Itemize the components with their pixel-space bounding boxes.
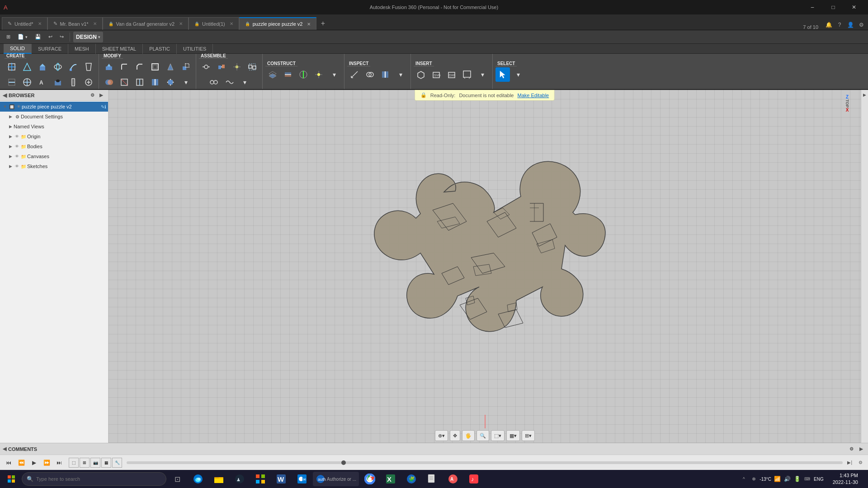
search-input[interactable] — [36, 476, 161, 482]
tab-plastic[interactable]: PLASTIC — [143, 44, 177, 54]
notifications-btn[interactable]: 🔔 — [824, 20, 834, 30]
comments-expand-btn[interactable]: ▶ — [857, 445, 865, 453]
emboss-btn[interactable]: A — [35, 75, 50, 89]
timeline-settings-btn[interactable]: ⚙ — [857, 460, 864, 465]
tree-item-sketches[interactable]: ▶ 👁 📁 Sketches — [0, 161, 108, 171]
anim-play-btn[interactable]: ▶ — [29, 458, 39, 468]
tab-untitled1[interactable]: 🔒 Untitled(1) ✕ — [189, 17, 239, 30]
combine-btn[interactable] — [102, 75, 116, 89]
drive-joints-btn[interactable] — [207, 75, 221, 89]
tab-sheet-metal[interactable]: SHEET METAL — [96, 44, 143, 54]
midplane-btn[interactable] — [281, 67, 295, 82]
undo-btn[interactable]: ↩ — [46, 32, 55, 42]
close-button[interactable]: ✕ — [844, 0, 864, 14]
itunes-btn[interactable]: ♪ — [464, 470, 484, 488]
tab-mrbean[interactable]: ✎ Mr. Bean v1* ✕ — [47, 17, 103, 30]
battery-icon[interactable]: 🔋 — [793, 475, 801, 483]
taskbar-settings-icon[interactable]: ⌨ — [803, 475, 811, 483]
draft-btn[interactable] — [163, 60, 178, 74]
weather-icon[interactable]: ❄ — [750, 475, 758, 483]
thread-btn[interactable] — [66, 75, 80, 89]
browser-options-btn[interactable]: ⚙ — [88, 91, 96, 99]
extrude-btn[interactable] — [35, 60, 50, 74]
more-construct-btn[interactable]: ▾ — [327, 67, 341, 82]
viewport-cursor-btn[interactable]: ⊕▾ — [435, 430, 448, 441]
tree-item-document-settings[interactable]: ▶ ⚙ Document Settings — [0, 112, 108, 122]
file-menu-btn[interactable]: 📄 ▾ — [15, 32, 30, 42]
more-create-btn[interactable] — [81, 75, 96, 89]
tree-item-bodies[interactable]: ▶ 👁 📁 Bodies — [0, 141, 108, 151]
split-face-btn[interactable] — [132, 75, 147, 89]
puzzle-browser-btn[interactable]: 🧩 — [401, 470, 421, 488]
tree-item-root[interactable]: ▼ 🔲 👁 puzzle piece puzzle v2 ✎ ℹ — [0, 102, 108, 112]
volume-icon[interactable]: 🔊 — [783, 475, 791, 483]
settings-icon[interactable]: ⚙ — [856, 20, 866, 30]
comments-options-btn[interactable]: ⚙ — [847, 445, 855, 453]
file-explorer-btn[interactable] — [209, 470, 229, 488]
taskview-btn[interactable]: ⊡ — [167, 470, 187, 488]
interference-btn[interactable] — [363, 67, 377, 82]
practice-btn[interactable] — [422, 470, 442, 488]
move-btn[interactable] — [163, 75, 178, 89]
section-analysis-btn[interactable] — [378, 67, 392, 82]
outlook-btn[interactable]: ✉ — [292, 470, 312, 488]
maximize-button[interactable]: □ — [823, 0, 844, 14]
tab-close[interactable]: ✕ — [179, 21, 183, 26]
tab-close[interactable]: ✕ — [93, 21, 97, 26]
tree-item-origin[interactable]: ▶ 👁 📁 Origin — [0, 131, 108, 141]
sketch-btn[interactable] — [20, 60, 34, 74]
joint-btn[interactable] — [199, 60, 213, 74]
split-body-btn[interactable] — [148, 75, 162, 89]
timeline[interactable] — [127, 461, 843, 464]
rib-btn[interactable] — [5, 75, 19, 89]
new-body-btn[interactable] — [5, 60, 19, 74]
redo-btn[interactable]: ↪ — [57, 32, 66, 42]
rigid-group-btn[interactable] — [245, 60, 259, 74]
canvas-btn[interactable] — [460, 67, 474, 82]
tree-item-canvases[interactable]: ▶ 👁 📁 Canvases — [0, 151, 108, 161]
system-clock[interactable]: 1:43 PM 2022-11-30 — [829, 472, 862, 486]
tab-utilities[interactable]: UTILITIES — [177, 44, 213, 54]
more-select-btn[interactable]: ▾ — [511, 67, 525, 82]
more-inspect-btn[interactable]: ▾ — [393, 67, 408, 82]
browser-collapse-btn[interactable]: ◀ — [3, 92, 7, 99]
point-btn[interactable] — [311, 67, 326, 82]
loft-btn[interactable] — [81, 60, 96, 74]
measure-btn[interactable] — [347, 67, 362, 82]
scale-btn[interactable] — [179, 60, 193, 74]
axis-btn[interactable] — [296, 67, 311, 82]
store-btn[interactable] — [250, 470, 270, 488]
tree-item-named-views[interactable]: ▶ Named Views — [0, 122, 108, 131]
eye-icon[interactable]: 👁 — [14, 154, 20, 159]
viewport-move-btn[interactable]: ✥ — [450, 430, 460, 441]
viewport-pan-btn[interactable]: 🖐 — [462, 430, 475, 441]
tab-solid[interactable]: SOLID — [4, 44, 32, 54]
word-btn[interactable]: W — [271, 470, 291, 488]
edge-btn[interactable] — [188, 470, 208, 488]
viewport[interactable]: 🔒 Read-Only: Document is not editable Ma… — [108, 90, 861, 443]
viewport-display-btn[interactable]: ▦▾ — [506, 430, 520, 441]
anim-start-btn[interactable]: ⏮ — [4, 458, 14, 468]
hole-btn[interactable] — [51, 75, 65, 89]
tab-mesh[interactable]: MESH — [68, 44, 96, 54]
authorize-btn[interactable]: auth Authorize or ... — [313, 472, 359, 486]
make-editable-btn[interactable]: Make Editable — [518, 93, 549, 98]
chamfer-btn[interactable] — [132, 60, 147, 74]
more-insert-btn[interactable]: ▾ — [475, 67, 490, 82]
anim-camera-btn[interactable]: 📷 — [90, 458, 100, 468]
select-btn[interactable] — [495, 67, 510, 82]
network-icon[interactable]: 📶 — [773, 475, 781, 483]
replace-face-btn[interactable] — [117, 75, 132, 89]
eye-icon[interactable]: 👁 — [14, 134, 20, 139]
sweep-btn[interactable] — [66, 60, 80, 74]
tab-surface[interactable]: SURFACE — [32, 44, 68, 54]
timeline-end-btn[interactable]: ▶| — [845, 460, 854, 465]
steam-btn[interactable]: ♟ — [230, 470, 250, 488]
new-tab-button[interactable]: + — [316, 17, 329, 30]
shell-btn[interactable] — [148, 60, 162, 74]
chrome-btn[interactable] — [360, 470, 380, 488]
show-hidden-icons[interactable]: ^ — [740, 475, 748, 483]
search-box[interactable]: 🔍 — [22, 472, 166, 486]
anim-more-btn[interactable]: ▦ — [101, 458, 111, 468]
more-modify-btn[interactable]: ▾ — [179, 75, 193, 89]
